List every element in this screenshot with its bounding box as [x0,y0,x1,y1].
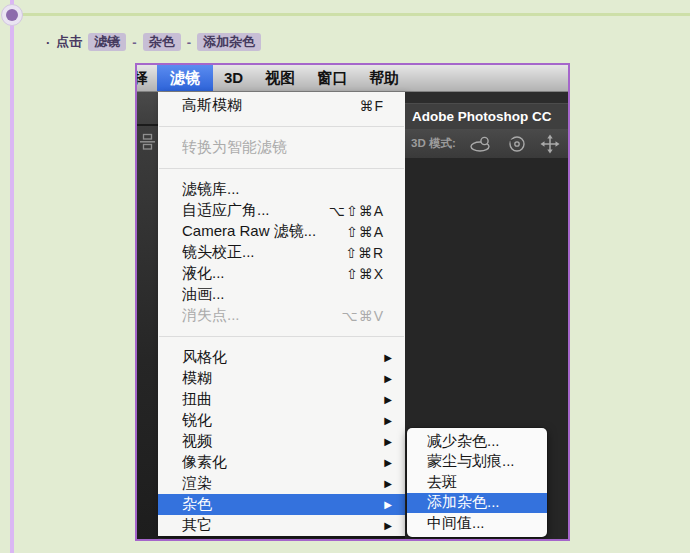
submenu-arrow-icon: ▶ [384,415,392,426]
menu-item-label: 杂色 [182,495,376,514]
noise-submenu-item[interactable]: 蒙尘与划痕... [407,452,547,473]
step-target-badge: 滤镜 [88,33,126,51]
app-title: Adobe Photoshop CC [412,109,551,124]
filter-menu-item[interactable]: 消失点... ⌥⌘V [158,305,405,326]
menu-item-label: 高斯模糊 [182,96,359,115]
filter-menu-item[interactable]: 自适应广角... ⌥⇧⌘A [158,200,405,221]
step-bullet: · [46,35,50,50]
menu-item-label: 渲染 [182,474,376,493]
menubar-item[interactable]: 3D [213,69,254,88]
menubar-item[interactable]: 视图 [254,69,306,88]
noise-submenu-item[interactable]: 添加杂色... [407,493,547,514]
timeline-marker-dot [6,9,18,21]
submenu-item-label: 中间值... [427,514,485,533]
menu-item-label: 锐化 [182,411,376,430]
filter-menu-item[interactable]: Camera Raw 滤镜... ⇧⌘A [158,221,405,242]
menubar-items: 3D视图窗口帮助 [213,69,410,88]
filter-menu-item[interactable]: 其它 ▶ [158,515,405,536]
menubar-item-filter-selected[interactable]: 滤镜 [157,65,213,91]
menu-item-shortcut: ⇧⌘X [346,266,384,282]
menu-item-label: 消失点... [182,306,342,325]
menu-item-label: 像素化 [182,453,376,472]
submenu-arrow-icon: ▶ [384,436,392,447]
step-target-badges: 滤镜-杂色-添加杂色 [88,33,261,51]
orbit-3d-icon[interactable] [469,134,494,154]
submenu-arrow-icon: ▶ [384,520,392,531]
filter-menu-item[interactable]: 渲染 ▶ [158,473,405,494]
filter-menu-item[interactable]: 模糊 ▶ [158,368,405,389]
filter-menu-item[interactable]: 滤镜库... [158,179,405,200]
filter-menu-item[interactable]: 锐化 ▶ [158,410,405,431]
pan-3d-icon[interactable] [540,134,560,154]
options-bar-divider [137,124,158,126]
step-instruction: · 点击 滤镜-杂色-添加杂色 [46,33,261,51]
filter-menu-item[interactable]: 像素化 ▶ [158,452,405,473]
dash-separator: - [187,35,191,50]
submenu-arrow-icon: ▶ [384,457,392,468]
step-action-label: 点击 [56,33,82,51]
menu-item-label: 滤镜库... [182,180,384,199]
submenu-arrow-icon: ▶ [384,478,392,489]
menu-separator [158,326,405,347]
menu-item-label: 视频 [182,432,376,451]
menu-item-label: 其它 [182,516,376,535]
timeline-vertical-line [10,0,14,553]
menu-item-shortcut: ⇧⌘R [345,245,384,261]
3d-mode-toolbar: 3D 模式: [405,129,568,158]
menu-separator [158,116,405,137]
roll-3d-icon[interactable] [507,134,527,154]
menu-item-label: 自适应广角... [182,201,329,220]
filter-menu-item[interactable]: 高斯模糊 ⌘F [158,95,405,116]
menu-item-shortcut: ⌥⇧⌘A [329,203,384,219]
filter-menu-item[interactable]: 镜头校正... ⇧⌘R [158,242,405,263]
filter-menu-item[interactable]: 视频 ▶ [158,431,405,452]
3d-mode-label: 3D 模式: [411,136,456,151]
submenu-arrow-icon: ▶ [384,394,392,405]
menu-bar: 择 滤镜 3D视图窗口帮助 [137,65,568,92]
noise-submenu: 减少杂色... 蒙尘与划痕... 去斑 添加杂色... 中间值... [407,428,547,537]
menu-item-label: 转换为智能滤镜 [182,138,384,157]
timeline-marker-icon [1,4,23,26]
noise-submenu-item[interactable]: 中间值... [407,513,547,534]
noise-submenu-item[interactable]: 去斑 [407,472,547,493]
submenu-item-label: 去斑 [427,473,457,492]
submenu-arrow-icon: ▶ [384,373,392,384]
tutorial-page: { "step": { "bullet": "·", "action": "点击… [0,0,690,553]
photoshop-screenshot: 择 滤镜 3D视图窗口帮助 高斯模糊 ⌘F 转换为智能滤镜 [135,63,570,541]
menu-item-label: Camera Raw 滤镜... [182,222,346,241]
dash-separator: - [132,35,136,50]
step-target-badge: 添加杂色 [197,33,261,51]
menu-item-label: 风格化 [182,348,376,367]
menu-item-label: 模糊 [182,369,376,388]
filter-menu-item[interactable]: 油画... [158,284,405,305]
filter-menu-item[interactable]: 杂色 ▶ [158,494,405,515]
menu-item-label: 扭曲 [182,390,376,409]
menu-item-label: 油画... [182,285,384,304]
submenu-arrow-icon: ▶ [384,499,392,510]
menu-item-shortcut: ⇧⌘A [346,224,384,240]
filter-menu-dropdown: 高斯模糊 ⌘F 转换为智能滤镜 滤镜库... 自适应广角... ⌥⇧⌘A C [158,92,405,538]
menu-item-shortcut: ⌥⌘V [342,308,384,324]
submenu-item-label: 蒙尘与划痕... [427,452,515,471]
submenu-item-label: 减少杂色... [427,432,500,451]
submenu-arrow-icon: ▶ [384,352,392,363]
app-title-bar: Adobe Photoshop CC [405,103,568,130]
menu-item-shortcut: ⌘F [359,98,384,114]
menu-item-label: 镜头校正... [182,243,345,262]
menubar-item-select-partial[interactable]: 择 [135,69,148,88]
filter-menu-item[interactable]: 风格化 ▶ [158,347,405,368]
step-target-badge: 杂色 [143,33,181,51]
filter-menu-item[interactable]: 液化... ⇧⌘X [158,263,405,284]
app-content: 高斯模糊 ⌘F 转换为智能滤镜 滤镜库... 自适应广角... ⌥⇧⌘A C [137,92,568,539]
timeline-horizontal-line [21,13,690,16]
options-bar-strip [137,92,158,539]
menu-separator [158,158,405,179]
filter-menu-item[interactable]: 扭曲 ▶ [158,389,405,410]
submenu-item-label: 添加杂色... [427,493,500,512]
noise-submenu-item[interactable]: 减少杂色... [407,431,547,452]
filter-menu-item[interactable]: 转换为智能滤镜 [158,137,405,158]
menu-item-label: 液化... [182,264,346,283]
align-distribute-icon[interactable] [140,132,155,152]
menubar-item[interactable]: 帮助 [358,69,410,88]
menubar-item[interactable]: 窗口 [306,69,358,88]
